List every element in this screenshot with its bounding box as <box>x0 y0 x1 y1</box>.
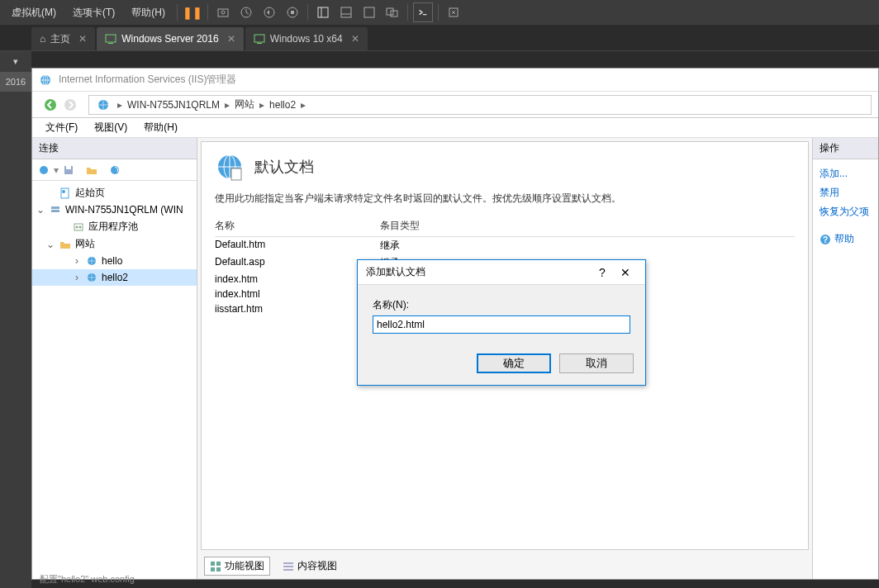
tab-label: Windows Server 2016 <box>121 33 218 45</box>
clock-icon[interactable] <box>236 2 256 22</box>
tree-server[interactable]: ⌄ WIN-N755JN1QRLM (WIN <box>32 202 197 218</box>
snapshot-icon[interactable] <box>213 2 233 22</box>
console-icon[interactable] <box>413 2 433 22</box>
fullscreen-icon[interactable] <box>359 2 379 22</box>
document-icon <box>215 152 245 182</box>
connect-icon[interactable] <box>36 162 52 178</box>
menu-help[interactable]: 帮助(H) <box>123 2 173 23</box>
crumb-server[interactable]: WIN-N755JN1QRLM <box>127 99 220 111</box>
action-disable[interactable]: 禁用 <box>820 183 872 202</box>
chevron-right-icon[interactable]: › <box>72 272 82 283</box>
close-icon[interactable]: ✕ <box>614 266 637 279</box>
svg-rect-29 <box>51 206 59 209</box>
strip-item-2016[interactable]: 2016 <box>0 72 31 92</box>
svg-point-32 <box>76 225 78 228</box>
tree-site-hello[interactable]: › hello <box>32 253 197 269</box>
nav-forward-icon <box>60 95 80 115</box>
refresh-icon[interactable] <box>107 162 123 178</box>
breadcrumb[interactable]: ▸ WIN-N755JN1QRLM ▸ 网站 ▸ hello2 ▸ <box>88 95 872 115</box>
svg-point-21 <box>64 99 76 111</box>
dialog-body: 名称(N): <box>358 285 645 347</box>
tree-site-hello2[interactable]: › hello2 <box>32 269 197 286</box>
svg-rect-40 <box>216 562 221 566</box>
svg-rect-11 <box>387 8 393 15</box>
chevron-right-icon[interactable]: › <box>72 255 82 267</box>
chevron-down-icon[interactable]: ⌄ <box>36 204 45 216</box>
tab-label: Windows 10 x64 <box>270 33 343 45</box>
layout1-icon[interactable] <box>313 2 333 22</box>
tree-label: 网站 <box>75 237 95 251</box>
vm-tab-strip: ⌂ 主页 ✕ Windows Server 2016 ✕ Windows 10 … <box>0 25 879 51</box>
svg-rect-30 <box>51 210 59 212</box>
action-help[interactable]: ? 帮助 <box>820 230 872 249</box>
tab-win10[interactable]: Windows 10 x64 ✕ <box>245 27 368 50</box>
nav-back-icon[interactable] <box>40 95 60 115</box>
menu-help[interactable]: 帮助(H) <box>135 119 186 136</box>
server-icon <box>49 203 62 216</box>
menu-file[interactable]: 文件(F) <box>37 119 86 136</box>
dialog-help-icon[interactable]: ? <box>591 266 614 279</box>
strip-item[interactable]: ▾ <box>0 51 31 72</box>
dialog-buttons: 确定 取消 <box>358 347 645 385</box>
feature-header: 默认文档 <box>215 152 795 182</box>
tree-start-page[interactable]: 起始页 <box>32 184 197 202</box>
svg-rect-43 <box>283 562 293 564</box>
connections-panel: 连接 ▾ 起始页 ⌄ WIN-N755JN1QRLM <box>32 138 197 579</box>
unity-icon[interactable] <box>382 2 402 22</box>
chevron-right-icon: ▸ <box>225 99 230 111</box>
close-icon[interactable]: ✕ <box>78 33 87 45</box>
svg-rect-17 <box>257 43 262 44</box>
col-type[interactable]: 条目类型 <box>380 219 795 233</box>
separator <box>438 4 439 21</box>
actions-header: 操作 <box>813 138 878 159</box>
name-label: 名称(N): <box>373 298 630 312</box>
name-input[interactable] <box>373 315 630 334</box>
tab-server2016[interactable]: Windows Server 2016 ✕ <box>97 27 243 50</box>
help-label: 帮助 <box>834 232 854 246</box>
close-icon[interactable]: ✕ <box>351 33 359 45</box>
cell-type: 继承 <box>380 239 795 253</box>
svg-text:?: ? <box>823 235 828 244</box>
tab-label: 主页 <box>50 32 70 46</box>
tree-sites[interactable]: ⌄ 网站 <box>32 235 197 253</box>
crumb-sites[interactable]: 网站 <box>235 97 254 111</box>
col-name[interactable]: 名称 <box>215 219 380 233</box>
cancel-button[interactable]: 取消 <box>559 353 634 373</box>
view-tab-label: 功能视图 <box>225 559 264 573</box>
tree-label: 起始页 <box>75 186 105 200</box>
chevron-down-icon[interactable]: ⌄ <box>45 239 55 250</box>
action-add[interactable]: 添加... <box>820 164 872 183</box>
svg-rect-44 <box>283 566 293 567</box>
table-row[interactable]: Default.htm 继承 <box>215 237 795 254</box>
tab-content-view[interactable]: 内容视图 <box>277 557 343 576</box>
manage-icon[interactable] <box>283 2 302 22</box>
crumb-site[interactable]: hello2 <box>269 99 296 111</box>
feature-description: 使用此功能指定当客户端未请求特定文件名时返回的默认文件。按优先级顺序设置默认文档… <box>215 192 795 206</box>
view-tab-label: 内容视图 <box>297 559 337 573</box>
stretch-icon[interactable] <box>444 2 463 22</box>
globe-icon <box>85 271 98 284</box>
svg-point-33 <box>79 225 82 228</box>
close-icon[interactable]: ✕ <box>227 33 235 45</box>
svg-rect-27 <box>61 188 69 198</box>
separator <box>177 4 178 21</box>
add-default-doc-dialog: 添加默认文档 ? ✕ 名称(N): 确定 取消 <box>357 259 646 386</box>
layout2-icon[interactable] <box>336 2 356 22</box>
revert-icon[interactable] <box>259 2 279 22</box>
folder-icon[interactable] <box>83 162 100 178</box>
menu-view[interactable]: 视图(V) <box>86 119 135 136</box>
iis-menu-bar: 文件(F) 视图(V) 帮助(H) <box>32 118 878 138</box>
page-icon <box>59 187 72 200</box>
action-restore[interactable]: 恢复为父项 <box>820 202 872 221</box>
tree-app-pools[interactable]: 应用程序池 <box>32 218 197 235</box>
tab-home[interactable]: ⌂ 主页 ✕ <box>31 27 95 50</box>
svg-rect-25 <box>66 166 71 169</box>
ok-button[interactable]: 确定 <box>477 353 551 373</box>
pause-icon[interactable]: ❚❚ <box>183 2 202 22</box>
menu-tabs[interactable]: 选项卡(T) <box>64 2 123 23</box>
menu-machine[interactable]: 虚拟机(M) <box>3 2 64 23</box>
tab-features-view[interactable]: 功能视图 <box>204 557 270 576</box>
svg-rect-6 <box>318 7 328 17</box>
svg-rect-0 <box>218 9 228 17</box>
save-icon[interactable] <box>60 162 77 178</box>
